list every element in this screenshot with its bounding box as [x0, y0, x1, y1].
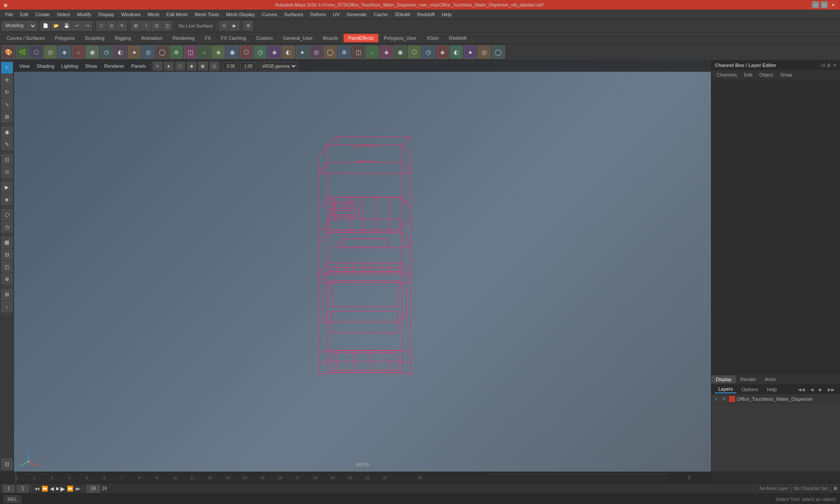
minimize-button[interactable]: ─ — [812, 1, 819, 8]
menu-surfaces[interactable]: Surfaces — [281, 11, 307, 18]
lt-render-btn[interactable]: ▶ — [1, 182, 13, 193]
menu-mesh-display[interactable]: Mesh Display — [223, 11, 259, 18]
shelf-icon-17[interactable]: ◉ — [226, 46, 239, 59]
shelf-icon-36[interactable]: ◯ — [492, 46, 505, 59]
viewport[interactable]: View Shading Lighting Show Renderer Pane… — [14, 60, 711, 472]
menu-display[interactable]: Display — [95, 11, 118, 18]
snap-to-grid-btn[interactable]: ⊡ — [1, 154, 13, 165]
pb-current-frame[interactable] — [17, 485, 29, 493]
vt-color-space-select[interactable]: sRGB gamma — [260, 62, 298, 70]
pb-step-back-btn[interactable]: ⏪ — [42, 486, 48, 492]
paint-select-btn[interactable]: ✎ — [1, 139, 13, 150]
shelf-icon-21[interactable]: ◐ — [282, 46, 295, 59]
shelf-icon-26[interactable]: ◫ — [352, 46, 365, 59]
soft-select-btn[interactable]: ◉ — [1, 126, 13, 138]
shelf-icon-22[interactable]: ● — [296, 46, 309, 59]
lt-anim-btn[interactable]: ◷ — [1, 221, 13, 233]
tab-paint-effects[interactable]: PaintEffects — [343, 34, 379, 42]
new-scene-btn[interactable]: 📄 — [41, 21, 50, 31]
menu-uv[interactable]: UV — [329, 11, 343, 18]
shelf-icon-8[interactable]: ◷ — [100, 46, 113, 59]
ch-tab-edit[interactable]: Edit — [740, 71, 756, 78]
shelf-icon-24[interactable]: ◯ — [324, 46, 337, 59]
snap-grid-btn[interactable]: ⊞ — [131, 21, 140, 31]
snap-surface-btn[interactable]: ◫ — [162, 21, 172, 31]
vt-icon1[interactable]: ⊙ — [153, 62, 162, 70]
tab-fx[interactable]: FX — [200, 34, 216, 42]
shelf-icon-9[interactable]: ◐ — [114, 46, 127, 59]
tab-general-user[interactable]: General_User — [278, 34, 317, 42]
cb-resize-btn[interactable]: ⊡ — [821, 63, 825, 68]
ch-tab-object[interactable]: Object — [756, 71, 777, 78]
menu-mesh-tools[interactable]: Mesh Tools — [191, 11, 222, 18]
shelf-icon-6[interactable]: ⬦ — [72, 46, 85, 59]
pb-step-fwd-btn[interactable]: ⏩ — [67, 486, 74, 492]
layer-prev-btn[interactable]: ◀◀ — [796, 387, 807, 392]
vt-renderer-btn[interactable]: Renderer — [102, 63, 127, 70]
shelf-icon-32[interactable]: ◈ — [436, 46, 449, 59]
pb-char-btn[interactable]: ⚙ — [833, 486, 837, 491]
shelf-icon-15[interactable]: ⬦ — [198, 46, 211, 59]
select-tool-btn[interactable]: ↖ — [1, 62, 13, 74]
shelf-icon-23[interactable]: ◎ — [310, 46, 323, 59]
pb-stop-btn[interactable]: ■ — [56, 486, 59, 492]
menu-redshift[interactable]: Redshift — [413, 11, 438, 18]
cb-close-btn[interactable]: ✕ — [833, 63, 836, 68]
tab-curves-surfaces[interactable]: Curves / Surfaces — [2, 34, 49, 42]
layer-tab-help[interactable]: Help — [763, 386, 780, 393]
menu-windows[interactable]: Windows — [118, 11, 144, 18]
pb-start-frame[interactable] — [3, 485, 15, 493]
cam-btn[interactable]: ⊙ — [219, 21, 229, 31]
pb-play-back-btn[interactable]: ◀ — [50, 486, 54, 492]
menu-edit[interactable]: Edit — [17, 11, 32, 18]
vt-lighting-btn[interactable]: Lighting — [59, 63, 81, 70]
vt-panels-btn[interactable]: Panels — [129, 63, 149, 70]
layer-step-next-btn[interactable]: ▶ — [817, 387, 824, 392]
redo-btn[interactable]: ↪ — [83, 21, 92, 31]
shelf-icon-29[interactable]: ◉ — [394, 46, 407, 59]
shelf-icon-4[interactable]: ◎ — [44, 46, 57, 59]
rotate-tool-btn[interactable]: ↻ — [1, 87, 13, 98]
tab-rigging[interactable]: Rigging — [110, 34, 136, 42]
lt-ctrl-verts-btn[interactable]: ⬦ — [1, 301, 13, 312]
shelf-icon-28[interactable]: ◈ — [380, 46, 393, 59]
vt-icon5[interactable]: ▦ — [198, 62, 208, 70]
open-scene-btn[interactable]: 📂 — [51, 21, 61, 31]
shelf-icon-10[interactable]: ● — [128, 46, 141, 59]
shelf-icon-18[interactable]: ⬡ — [240, 46, 253, 59]
vt-icon4[interactable]: ◉ — [187, 62, 196, 70]
layer-visible-btn[interactable]: V — [713, 396, 719, 402]
menu-create[interactable]: Create — [32, 11, 53, 18]
tab-animation[interactable]: Animation — [136, 34, 167, 42]
render-btn[interactable]: ▶ — [230, 21, 239, 31]
vt-offset-input[interactable] — [223, 62, 239, 70]
tab-display[interactable]: Display — [711, 375, 736, 383]
shelf-icon-11[interactable]: ◎ — [142, 46, 155, 59]
menu-select[interactable]: Select — [53, 11, 74, 18]
shelf-icon-27[interactable]: ⬦ — [366, 46, 379, 59]
pb-go-end-btn[interactable]: ⏭ — [75, 486, 80, 492]
menu-cache[interactable]: Cache — [370, 11, 391, 18]
move-tool-btn[interactable]: ✛ — [1, 74, 13, 86]
tab-rendering[interactable]: Rendering — [168, 34, 200, 42]
close-button[interactable]: ✕ — [830, 1, 836, 8]
paint-btn[interactable]: ✎ — [117, 21, 127, 31]
ch-tab-channels[interactable]: Channels — [713, 71, 740, 78]
menu-modify[interactable]: Modify — [74, 11, 94, 18]
menu-curves[interactable]: Curves — [259, 11, 281, 18]
vt-icon6[interactable]: ◫ — [210, 62, 219, 70]
lt-rigging-btn[interactable]: ⬡ — [1, 209, 13, 220]
shelf-icon-16[interactable]: ◈ — [212, 46, 225, 59]
cb-detach-btn[interactable]: ⊞ — [827, 63, 831, 68]
lt-misc1-btn[interactable]: ▦ — [1, 237, 13, 248]
shelf-icon-33[interactable]: ◐ — [450, 46, 463, 59]
layer-next-btn[interactable]: ▶▶ — [826, 387, 836, 392]
tab-muscle[interactable]: Muscle — [318, 34, 343, 42]
lt-ipr-btn[interactable]: ◈ — [1, 194, 13, 205]
tab-anim[interactable]: Anim — [760, 375, 780, 383]
pb-end-frame[interactable] — [86, 485, 100, 493]
tab-redshift[interactable]: Redshift — [444, 34, 471, 42]
vt-shading-btn[interactable]: Shading — [34, 63, 57, 70]
save-scene-btn[interactable]: 💾 — [62, 21, 71, 31]
lt-misc3-btn[interactable]: ◫ — [1, 261, 13, 273]
